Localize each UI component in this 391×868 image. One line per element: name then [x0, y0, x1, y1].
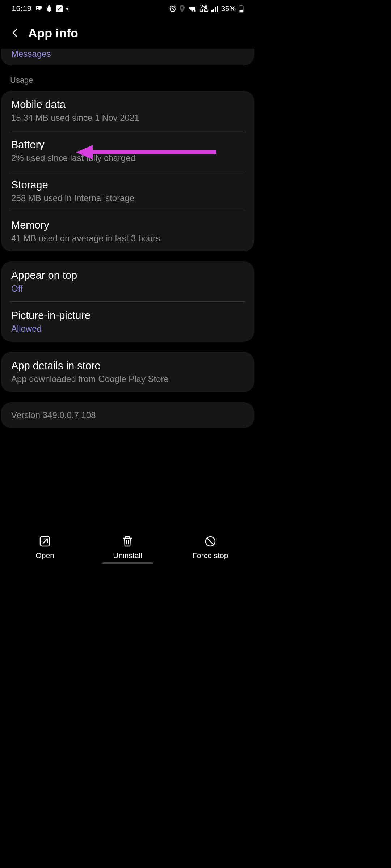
svg-point-1	[37, 7, 38, 8]
appear-on-top-title: Appear on top	[11, 269, 244, 281]
signal-icon	[211, 5, 218, 12]
svg-point-5	[194, 10, 196, 12]
image-icon	[35, 5, 42, 12]
svg-rect-8	[215, 7, 216, 12]
battery-title: Battery	[11, 139, 244, 151]
mobile-data-item[interactable]: Mobile data 15.34 MB used since 1 Nov 20…	[1, 91, 254, 131]
battery-percent: 35%	[221, 5, 236, 13]
open-button[interactable]: Open	[4, 535, 86, 560]
memory-item[interactable]: Memory 41 MB used on average in last 3 h…	[1, 211, 254, 251]
force-stop-label: Force stop	[192, 551, 228, 560]
page-header: App info	[0, 17, 255, 49]
battery-subtitle: 2% used since last fully charged	[11, 153, 244, 163]
storage-item[interactable]: Storage 258 MB used in Internal storage	[1, 171, 254, 211]
uninstall-button[interactable]: Uninstall	[86, 535, 169, 560]
store-details-subtitle: App downloaded from Google Play Store	[11, 374, 244, 384]
storage-title: Storage	[11, 179, 244, 191]
wifi-icon	[188, 5, 197, 12]
lte-indicator: Vo)) LTE1	[199, 5, 208, 12]
location-icon	[179, 5, 185, 12]
memory-title: Memory	[11, 219, 244, 231]
svg-rect-6	[211, 10, 213, 12]
content: ▪▪▪▪▪▪▪▪▪▪▪▪▪ Messages Usage Mobile data…	[0, 49, 255, 428]
status-time: 15:19	[12, 4, 31, 13]
mobile-data-title: Mobile data	[11, 99, 244, 111]
version-text: Version 349.0.0.7.108	[11, 410, 244, 420]
display-card: Appear on top Off Picture-in-picture All…	[1, 261, 254, 342]
trash-icon	[121, 535, 134, 548]
svg-line-17	[207, 538, 214, 545]
back-icon[interactable]	[10, 27, 20, 40]
open-icon	[39, 535, 51, 548]
stop-icon	[204, 535, 216, 548]
version-card: Version 349.0.0.7.108	[1, 402, 254, 428]
nav-handle[interactable]	[102, 562, 153, 564]
messaging-app-card[interactable]: ▪▪▪▪▪▪▪▪▪▪▪▪▪ Messages	[1, 49, 254, 65]
bottom-action-bar: Open Uninstall Force stop	[0, 528, 255, 566]
notification-icon	[46, 5, 52, 12]
status-bar: 15:19 Vo)) LTE1 35%	[0, 0, 255, 17]
uninstall-label: Uninstall	[113, 551, 142, 560]
pip-title: Picture-in-picture	[11, 310, 244, 322]
usage-section-label: Usage	[0, 76, 255, 91]
open-label: Open	[35, 551, 54, 560]
store-details-title: App details in store	[11, 360, 244, 372]
checkbox-icon	[56, 5, 63, 12]
mobile-data-subtitle: 15.34 MB used since 1 Nov 2021	[11, 113, 244, 123]
svg-rect-12	[240, 10, 243, 12]
store-details-card[interactable]: App details in store App downloaded from…	[1, 352, 254, 392]
usage-card: Mobile data 15.34 MB used since 1 Nov 20…	[1, 91, 254, 251]
svg-rect-9	[217, 6, 218, 12]
memory-subtitle: 41 MB used on average in last 3 hours	[11, 233, 244, 243]
appear-on-top-value: Off	[11, 284, 244, 294]
alarm-icon	[169, 5, 176, 12]
svg-rect-7	[213, 9, 214, 12]
appear-on-top-item[interactable]: Appear on top Off	[1, 261, 254, 302]
messages-subtitle: Messages	[1, 49, 254, 59]
battery-icon	[239, 5, 244, 13]
page-title: App info	[28, 26, 78, 40]
force-stop-button[interactable]: Force stop	[169, 535, 252, 560]
status-right: Vo)) LTE1 35%	[169, 5, 244, 13]
pip-value: Allowed	[11, 324, 244, 334]
pip-item[interactable]: Picture-in-picture Allowed	[1, 302, 254, 342]
svg-rect-11	[240, 5, 242, 6]
storage-subtitle: 258 MB used in Internal storage	[11, 193, 244, 203]
dot-icon	[66, 8, 68, 10]
battery-item[interactable]: Battery 2% used since last fully charged	[1, 131, 254, 171]
status-left: 15:19	[12, 4, 68, 13]
